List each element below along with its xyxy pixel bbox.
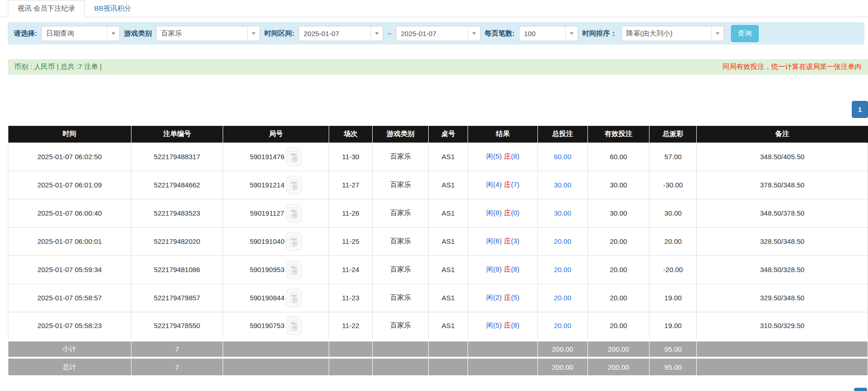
footer-total-bet: 200.00 <box>537 358 587 375</box>
cell-result: 闲(5)庄(8) <box>468 312 537 340</box>
chevron-down-icon <box>468 26 480 41</box>
total-bet-link[interactable]: 30.00 <box>554 209 571 217</box>
cell-game-type: 百家乐 <box>373 143 429 171</box>
currency-total-text: 币别 : 人民币 | 总共 :7 注单 | <box>14 62 102 71</box>
cell-round-id: 590190753 <box>223 312 329 340</box>
video-replay-button[interactable] <box>286 317 302 335</box>
cell-valid-bet: 20.00 <box>587 227 649 255</box>
footer-total-bet: 200.00 <box>537 340 587 358</box>
footer-empty <box>223 340 329 358</box>
result-player-score: (4) <box>493 180 501 188</box>
film-reel-icon <box>289 207 299 219</box>
result-player-score: (5) <box>493 152 501 160</box>
video-replay-button[interactable] <box>286 232 302 251</box>
result-player-score: (2) <box>493 293 501 301</box>
per-page-select[interactable]: 100 <box>519 26 578 41</box>
cell-remark: 348.50/378.50 <box>697 199 868 227</box>
col-round-id: 局号 <box>223 126 329 143</box>
cell-bet-id: 522179479857 <box>131 284 223 312</box>
cell-time: 2025-01-07 05:59:34 <box>8 255 131 284</box>
video-replay-button[interactable] <box>286 176 302 194</box>
cell-payout: -20.00 <box>649 255 697 284</box>
video-replay-button[interactable] <box>286 148 302 166</box>
col-result: 结果 <box>468 126 537 143</box>
time-sort-select[interactable]: 降幂(由大到小) <box>621 26 724 41</box>
table-row: 2025-01-07 05:58:57522179479857590190844… <box>8 284 868 312</box>
cell-bet-id: 522179483523 <box>131 199 223 227</box>
cell-total-bet: 20.00 <box>537 255 587 284</box>
result-player-label: 闲 <box>486 180 493 188</box>
film-reel-icon <box>289 236 299 248</box>
pagination-page-1-button[interactable]: 1 <box>852 101 868 118</box>
round-id-value: 590190953 <box>250 266 284 273</box>
per-page-value: 100 <box>519 30 565 37</box>
total-bet-link[interactable]: 30.00 <box>554 181 571 189</box>
date-to-value: 2025-01-07 <box>396 30 468 37</box>
result-player-label: 闲 <box>486 209 493 217</box>
col-session: 场次 <box>329 126 373 143</box>
summary-bar: 币别 : 人民币 | 总共 :7 注单 | 同局有效投注，统一计算在该局第一张注… <box>8 59 868 74</box>
cell-remark: 378.50/348.50 <box>697 171 868 199</box>
footer-empty <box>429 340 468 358</box>
cell-payout: 19.00 <box>649 284 697 312</box>
footer-empty <box>429 358 468 375</box>
tab-bar: 视讯 会员下注纪录 BB视讯积分 <box>0 0 868 17</box>
cell-result: 闲(5)庄(8) <box>468 143 537 171</box>
bet-records-table: 时间注单编号局号场次游戏类别桌号结果总投注有效投注总派彩备注 2025-01-0… <box>8 126 868 375</box>
footer-label: 小计 <box>8 340 131 358</box>
table-footer: 小计7200.00200.0095.00总计7200.00200.0095.00 <box>8 340 868 375</box>
cell-bet-id: 522179481086 <box>131 255 223 284</box>
cell-time: 2025-01-07 06:00:01 <box>8 227 131 255</box>
betting-records-page: 视讯 会员下注纪录 BB视讯积分 请选择: 日期查询 游戏类别 百家乐 时间区间… <box>0 0 868 391</box>
cell-game-type: 百家乐 <box>373 255 429 284</box>
total-row: 总计7200.00200.0095.00 <box>8 358 868 375</box>
total-bet-link[interactable]: 20.00 <box>554 237 571 245</box>
total-bet-link[interactable]: 60.00 <box>554 153 571 161</box>
result-banker-label: 庄 <box>504 321 511 329</box>
tab-bb-video-points[interactable]: BB视讯积分 <box>85 0 140 17</box>
cell-round-id: 590191214 <box>223 171 329 199</box>
film-reel-icon <box>289 292 299 304</box>
total-bet-link[interactable]: 20.00 <box>554 322 571 329</box>
footer-valid-bet: 200.00 <box>587 340 649 358</box>
film-reel-icon <box>289 179 299 191</box>
footer-empty <box>468 358 537 375</box>
film-reel-icon <box>289 320 299 332</box>
total-bet-link[interactable]: 20.00 <box>554 266 571 273</box>
result-banker-label: 庄 <box>504 237 511 245</box>
time-sort-label: 时间排序： <box>582 29 617 38</box>
cell-round-id: 590190844 <box>223 284 329 312</box>
footer-empty <box>373 358 429 375</box>
video-replay-button[interactable] <box>286 204 302 223</box>
round-id-value: 590191127 <box>250 209 284 217</box>
time-range-label: 时间区间: <box>264 29 294 38</box>
footer-empty <box>329 340 373 358</box>
table-body: 2025-01-07 06:02:50522179488317590191476… <box>8 143 868 340</box>
query-mode-select[interactable]: 日期查询 <box>41 26 120 41</box>
game-type-select[interactable]: 百家乐 <box>156 26 260 41</box>
subtotal-row: 小计7200.00200.0095.00 <box>8 340 868 358</box>
cell-valid-bet: 20.00 <box>587 255 649 284</box>
cell-table-no: AS1 <box>429 227 468 255</box>
cell-time: 2025-01-07 06:02:50 <box>8 143 131 171</box>
cell-valid-bet: 30.00 <box>587 171 649 199</box>
result-player-score: (6) <box>493 237 501 245</box>
cell-remark: 328.50/348.50 <box>697 227 868 255</box>
col-remark: 备注 <box>697 126 868 143</box>
search-button[interactable]: 查询 <box>731 25 759 42</box>
video-replay-button[interactable] <box>286 261 302 279</box>
result-banker-label: 庄 <box>504 180 511 188</box>
cell-bet-id: 522179488317 <box>131 143 223 171</box>
table-header-row: 时间注单编号局号场次游戏类别桌号结果总投注有效投注总派彩备注 <box>8 126 868 143</box>
video-replay-button[interactable] <box>286 289 302 307</box>
chevron-down-icon <box>565 26 578 41</box>
date-from-select[interactable]: 2025-01-07 <box>299 26 383 41</box>
cell-result: 闲(8)庄(0) <box>468 199 537 227</box>
total-bet-link[interactable]: 20.00 <box>554 294 571 302</box>
result-banker-score: (3) <box>511 237 519 245</box>
cell-session: 11-27 <box>329 171 373 199</box>
cell-remark: 329.50/348.50 <box>697 284 868 312</box>
tab-video-bet-records[interactable]: 视讯 会员下注纪录 <box>8 0 85 17</box>
date-to-select[interactable]: 2025-01-07 <box>396 26 481 41</box>
pagination-button-partial[interactable] <box>854 388 867 391</box>
